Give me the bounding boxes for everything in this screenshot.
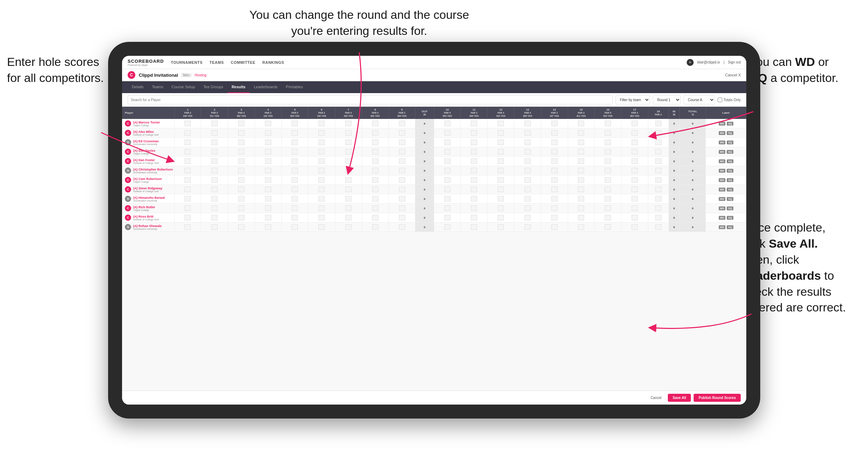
hole-17-score[interactable] [621, 204, 648, 213]
hole-10-input[interactable] [444, 205, 451, 211]
hole-9-input[interactable] [399, 224, 405, 230]
hole-15-input[interactable] [578, 140, 584, 145]
hole-18-score[interactable] [648, 128, 669, 138]
hole-2-input[interactable] [211, 140, 218, 145]
hole-8-score[interactable] [362, 194, 388, 204]
hole-3-input[interactable] [238, 196, 244, 202]
hole-4-score[interactable] [255, 185, 281, 194]
hole-1-input[interactable] [184, 121, 191, 126]
hole-11-score[interactable] [461, 138, 488, 147]
hole-8-score[interactable] [362, 213, 388, 223]
dq-button[interactable]: DQ [727, 206, 733, 210]
hole-4-input[interactable] [265, 205, 271, 211]
hole-7-score[interactable] [335, 204, 362, 213]
hole-10-score[interactable] [434, 128, 461, 138]
hole-11-input[interactable] [471, 215, 477, 220]
hole-6-score[interactable] [308, 185, 335, 194]
hole-4-score[interactable] [255, 175, 281, 185]
hole-14-input[interactable] [551, 224, 558, 230]
hole-17-score[interactable] [621, 194, 648, 204]
wd-button[interactable]: WD [719, 225, 726, 229]
hole-11-score[interactable] [461, 166, 488, 175]
hole-13-input[interactable] [524, 224, 531, 230]
hole-13-score[interactable] [514, 194, 541, 204]
hole-12-input[interactable] [498, 187, 504, 192]
hole-17-score[interactable] [621, 147, 648, 157]
hole-9-score[interactable] [388, 119, 415, 128]
hole-11-score[interactable] [461, 119, 488, 128]
hole-12-input[interactable] [498, 224, 504, 230]
hole-13-input[interactable] [524, 168, 531, 173]
hole-6-input[interactable] [318, 205, 325, 211]
hole-17-input[interactable] [632, 121, 638, 126]
hole-17-score[interactable] [621, 157, 648, 166]
tab-details[interactable]: Details [128, 81, 148, 93]
hole-3-input[interactable] [238, 121, 244, 126]
hole-8-score[interactable] [362, 166, 388, 175]
hole-1-score[interactable] [174, 204, 201, 213]
hole-10-input[interactable] [444, 130, 451, 136]
hole-1-score[interactable] [174, 147, 201, 157]
hole-8-input[interactable] [372, 224, 378, 230]
hole-13-input[interactable] [524, 177, 531, 183]
hole-10-input[interactable] [444, 196, 451, 202]
hole-11-score[interactable] [461, 157, 488, 166]
hole-18-input[interactable] [655, 130, 662, 136]
hole-16-score[interactable] [595, 166, 621, 175]
hole-4-input[interactable] [265, 196, 271, 202]
hole-7-input[interactable] [345, 215, 352, 220]
hole-2-input[interactable] [211, 168, 218, 173]
hole-16-input[interactable] [605, 168, 611, 173]
hole-6-input[interactable] [318, 149, 325, 155]
hole-16-score[interactable] [595, 157, 621, 166]
hole-1-score[interactable] [174, 223, 201, 232]
hole-17-score[interactable] [621, 128, 648, 138]
hole-4-input[interactable] [265, 130, 271, 136]
hole-6-score[interactable] [308, 138, 335, 147]
hole-3-input[interactable] [238, 130, 244, 136]
hole-15-score[interactable] [568, 147, 595, 157]
hole-18-score[interactable] [648, 213, 669, 223]
hole-13-score[interactable] [514, 223, 541, 232]
hole-11-score[interactable] [461, 213, 488, 223]
hole-11-score[interactable] [461, 194, 488, 204]
hole-13-input[interactable] [524, 121, 531, 126]
hole-4-score[interactable] [255, 128, 281, 138]
hole-12-input[interactable] [498, 215, 504, 220]
hole-17-input[interactable] [632, 168, 638, 173]
totals-only-checkbox[interactable] [718, 98, 722, 102]
hole-18-input[interactable] [655, 121, 662, 126]
hole-7-score[interactable] [335, 213, 362, 223]
hole-12-input[interactable] [498, 121, 504, 126]
hole-17-score[interactable] [621, 185, 648, 194]
hole-16-input[interactable] [605, 187, 611, 192]
hole-6-input[interactable] [318, 224, 325, 230]
hole-7-input[interactable] [345, 130, 352, 136]
hole-15-input[interactable] [578, 196, 584, 202]
hole-3-score[interactable] [228, 119, 255, 128]
hole-5-input[interactable] [292, 224, 298, 230]
hole-15-score[interactable] [568, 166, 595, 175]
hole-3-score[interactable] [228, 128, 255, 138]
hole-18-score[interactable] [648, 194, 669, 204]
hole-3-score[interactable] [228, 166, 255, 175]
hole-13-input[interactable] [524, 158, 531, 164]
hole-9-score[interactable] [388, 175, 415, 185]
hole-13-score[interactable] [514, 213, 541, 223]
hole-15-input[interactable] [578, 215, 584, 220]
hole-1-input[interactable] [184, 196, 191, 202]
hole-7-score[interactable] [335, 147, 362, 157]
dq-button[interactable]: DQ [727, 122, 733, 126]
hole-14-input[interactable] [551, 215, 558, 220]
hole-14-score[interactable] [541, 157, 568, 166]
hole-5-score[interactable] [281, 128, 308, 138]
hole-6-input[interactable] [318, 215, 325, 220]
hole-12-score[interactable] [488, 204, 514, 213]
hole-5-input[interactable] [292, 121, 298, 126]
hole-13-input[interactable] [524, 149, 531, 155]
hole-13-input[interactable] [524, 205, 531, 211]
hole-17-input[interactable] [632, 130, 638, 136]
nav-rankings[interactable]: RANKINGS [262, 60, 284, 65]
hole-10-input[interactable] [444, 215, 451, 220]
dq-button[interactable]: DQ [727, 141, 733, 144]
